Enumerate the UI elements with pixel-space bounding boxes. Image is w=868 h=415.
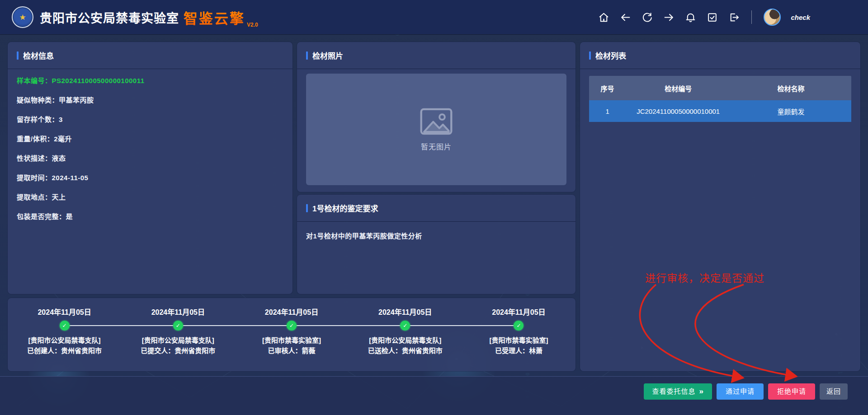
panel-header: 1号检材的鉴定要求 bbox=[297, 195, 576, 222]
table-header-row: 序号 检材编号 检材名称 bbox=[589, 76, 851, 100]
field-value: 是 bbox=[66, 213, 73, 220]
weight-volume-field: 重量/体积：2毫升 bbox=[17, 135, 283, 143]
view-commission-button[interactable]: 查看委托信息 » bbox=[644, 383, 712, 400]
no-image-text: 暂无图片 bbox=[421, 141, 452, 152]
field-label: 留存样个数： bbox=[17, 116, 59, 123]
lab-title: 贵阳市公安局禁毒实验室 bbox=[40, 9, 179, 26]
reject-button[interactable]: 拒绝申请 bbox=[768, 383, 815, 400]
image-placeholder-icon bbox=[420, 107, 453, 135]
back-arrow-icon[interactable] bbox=[619, 11, 631, 23]
police-badge-logo: ★ bbox=[12, 6, 33, 28]
field-value: 2024-11-05 bbox=[52, 174, 89, 182]
field-value: 甲基苯丙胺 bbox=[59, 96, 94, 104]
panel-title: 检材列表 bbox=[589, 50, 626, 61]
check-circle-icon: ✓ bbox=[514, 321, 524, 331]
badge-star-icon: ★ bbox=[19, 14, 26, 21]
timeline-org: [贵阳市公安局禁毒支队] bbox=[349, 336, 462, 345]
panel-title: 检材照片 bbox=[306, 50, 343, 61]
column-header-code: 检材编号 bbox=[626, 76, 731, 100]
field-value: 天上 bbox=[52, 193, 66, 201]
timeline-person: 已送检人：贵州省贵阳市 bbox=[349, 345, 462, 356]
version-label: V2.0 bbox=[247, 22, 258, 28]
timeline-org: [贵阳市禁毒实验室] bbox=[235, 336, 348, 345]
extract-time-field: 提取时间：2024-11-05 bbox=[17, 174, 283, 182]
check-circle-icon: ✓ bbox=[400, 321, 410, 331]
extract-place-field: 提取地点：天上 bbox=[17, 193, 283, 201]
back-button[interactable]: 返回 bbox=[820, 383, 848, 400]
user-avatar[interactable] bbox=[764, 9, 781, 26]
review-annotation-text: 进行审核，决定是否通过 bbox=[645, 270, 764, 285]
field-label: 重量/体积： bbox=[17, 135, 54, 143]
username-label: check bbox=[791, 14, 810, 21]
timeline-person: 已审核人：箭薇 bbox=[235, 345, 348, 356]
notifications-bell-icon[interactable] bbox=[684, 11, 696, 23]
process-timeline-panel: 2024年11月05日 ✓ [贵阳市公安局禁毒支队] 已创建人：贵州省贵阳市 2… bbox=[8, 298, 576, 371]
home-icon[interactable] bbox=[598, 11, 609, 23]
specimen-info-panel: 检材信息 样本编号：PS202411000500000100011 疑似物种类：… bbox=[8, 42, 292, 294]
field-value: 液态 bbox=[52, 154, 66, 162]
timeline-step-submitted: 2024年11月05日 ✓ [贵阳市公安局禁毒支队] 已提交人：贵州省贵阳市 bbox=[121, 298, 235, 371]
field-label: 包装是否完整： bbox=[17, 213, 66, 220]
timeline-person: 已受理人：林萧 bbox=[462, 345, 576, 356]
field-label: 提取时间： bbox=[17, 174, 52, 182]
specimen-list-panel: 检材列表 序号 检材编号 检材名称 1 JC202411000500000100… bbox=[580, 42, 860, 371]
view-commission-label: 查看委托信息 bbox=[652, 383, 695, 400]
timeline-step-sent: 2024年11月05日 ✓ [贵阳市公安局禁毒支队] 已送检人：贵州省贵阳市 bbox=[349, 298, 462, 371]
check-circle-icon: ✓ bbox=[60, 321, 70, 331]
cell-name: 童颜鹤发 bbox=[731, 100, 851, 122]
sample-number-field: 样本编号：PS202411000500000100011 bbox=[17, 77, 283, 84]
forward-arrow-icon[interactable] bbox=[663, 11, 675, 23]
retained-count-field: 留存样个数：3 bbox=[17, 116, 283, 123]
header-nav: check bbox=[598, 9, 810, 26]
timeline-date: 2024年11月05日 bbox=[121, 308, 235, 317]
timeline-step-reviewed: 2024年11月05日 ✓ [贵阳市禁毒实验室] 已审核人：箭薇 bbox=[235, 298, 348, 371]
field-label: 提取地点： bbox=[17, 193, 52, 201]
timeline-date: 2024年11月05日 bbox=[235, 308, 348, 317]
approve-button[interactable]: 通过申请 bbox=[717, 383, 764, 400]
timeline-step-created: 2024年11月05日 ✓ [贵阳市公安局禁毒支队] 已创建人：贵州省贵阳市 bbox=[8, 298, 121, 371]
suspected-type-field: 疑似物种类：甲基苯丙胺 bbox=[17, 96, 283, 104]
timeline-step-accepted: 2024年11月05日 ✓ [贵阳市禁毒实验室] 已受理人：林萧 bbox=[462, 298, 576, 371]
timeline-date: 2024年11月05日 bbox=[349, 308, 462, 317]
check-circle-icon: ✓ bbox=[173, 321, 183, 331]
specimen-info-body: 样本编号：PS202411000500000100011 疑似物种类：甲基苯丙胺… bbox=[8, 69, 292, 240]
double-chevron-icon: » bbox=[699, 383, 703, 400]
panel-header: 检材信息 bbox=[8, 42, 292, 69]
column-header-index: 序号 bbox=[589, 76, 626, 100]
field-value: 3 bbox=[59, 116, 63, 123]
footer-buttons: 查看委托信息 » 通过申请 拒绝申请 返回 bbox=[644, 383, 848, 400]
timeline-org: [贵阳市禁毒实验室] bbox=[462, 336, 576, 345]
character-desc-field: 性状描述：液态 bbox=[17, 154, 283, 162]
timeline-person: 已提交人：贵州省贵阳市 bbox=[121, 345, 235, 356]
todo-check-icon[interactable] bbox=[706, 11, 718, 23]
panel-title: 检材信息 bbox=[17, 50, 54, 61]
panel-header: 检材列表 bbox=[580, 42, 860, 69]
requirement-content: 对1号检材中的甲基苯丙胺做定性分析 bbox=[297, 222, 576, 249]
specimen-table: 序号 检材编号 检材名称 1 JC20241100050000010001 童颜… bbox=[580, 69, 860, 129]
package-intact-field: 包装是否完整：是 bbox=[17, 213, 283, 220]
timeline-org: [贵阳市公安局禁毒支队] bbox=[121, 336, 235, 345]
field-value: PS202411000500000100011 bbox=[52, 77, 145, 84]
specimen-photo-panel: 检材照片 暂无图片 bbox=[297, 42, 576, 192]
panel-title: 1号检材的鉴定要求 bbox=[306, 202, 378, 214]
photo-body: 暂无图片 bbox=[297, 69, 576, 192]
field-value: 2毫升 bbox=[54, 135, 72, 143]
appraisal-requirement-panel: 1号检材的鉴定要求 对1号检材中的甲基苯丙胺做定性分析 bbox=[297, 195, 576, 294]
footer-bar: 查看委托信息 » 通过申请 拒绝申请 返回 bbox=[0, 376, 868, 415]
logout-icon[interactable] bbox=[728, 11, 740, 23]
field-label: 性状描述： bbox=[17, 154, 52, 162]
field-label: 疑似物种类： bbox=[17, 96, 59, 104]
column-header-name: 检材名称 bbox=[731, 76, 851, 100]
nav-divider bbox=[751, 10, 752, 24]
app-header: ★ 贵阳市公安局禁毒实验室 智鉴云擎 V2.0 check bbox=[0, 0, 868, 34]
refresh-icon[interactable] bbox=[641, 11, 653, 23]
field-label: 样本编号： bbox=[17, 77, 52, 84]
check-circle-icon: ✓ bbox=[287, 321, 297, 331]
timeline-person: 已创建人：贵州省贵阳市 bbox=[8, 345, 121, 356]
cell-code: JC20241100050000010001 bbox=[626, 100, 731, 122]
timeline-date: 2024年11月05日 bbox=[462, 308, 576, 317]
panel-header: 检材照片 bbox=[297, 42, 576, 69]
timeline-org: [贵阳市公安局禁毒支队] bbox=[8, 336, 121, 345]
table-row[interactable]: 1 JC20241100050000010001 童颜鹤发 bbox=[589, 100, 851, 122]
timeline-date: 2024年11月05日 bbox=[8, 308, 121, 317]
